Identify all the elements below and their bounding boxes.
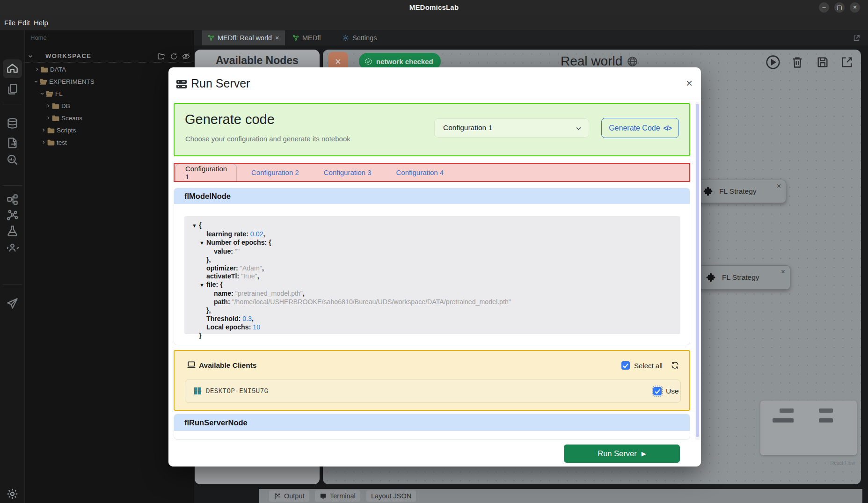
flag-icon (274, 493, 281, 500)
close-window-button[interactable]: × (850, 2, 860, 13)
team-icon[interactable] (6, 241, 19, 254)
open-external-icon[interactable] (853, 34, 861, 42)
client-row[interactable]: DESKTOP-ENI5U7G Use (185, 379, 681, 403)
json-collapse-arrow[interactable]: ▼ (199, 239, 206, 248)
generate-code-subtitle: Choose your configuration and generate i… (185, 135, 350, 143)
documents-icon[interactable] (6, 83, 19, 95)
use-client-label[interactable]: Use (666, 387, 679, 395)
minimize-button[interactable]: – (819, 2, 829, 13)
flow-minimap[interactable] (760, 401, 857, 455)
tab-label: Settings (352, 34, 377, 42)
fl-run-server-node-title: flRunServerNode (174, 414, 690, 431)
json-collapse-arrow[interactable]: ▼ (199, 281, 206, 290)
generate-code-button[interactable]: Generate Code </> (601, 118, 679, 138)
fl-strategy-node[interactable]: FL Strategy × (696, 180, 786, 203)
select-all-checkbox[interactable] (621, 361, 630, 370)
workflow-icon[interactable] (6, 193, 19, 206)
settings-gear-icon[interactable] (6, 488, 19, 500)
tab-terminal[interactable]: Terminal (315, 490, 360, 502)
menu-file[interactable]: File (4, 19, 15, 27)
configuration-dropdown[interactable]: Configuration 1 (434, 118, 589, 138)
sidebar-home-label: Home (30, 34, 47, 41)
refresh-icon[interactable] (170, 52, 178, 60)
fl-model-node-section: flModelNode ▼{ learning rate: 0.02, ▼Num… (174, 188, 690, 345)
tab-label: Terminal (330, 492, 356, 500)
node-label: FL Strategy (719, 187, 757, 196)
tab-close-icon[interactable]: × (275, 34, 279, 42)
generate-code-button-label: Generate Code (609, 124, 660, 132)
app-title: MEDomicsLab (0, 3, 868, 11)
puzzle-icon (705, 272, 716, 284)
home-icon[interactable] (6, 62, 19, 75)
scene-title: Real world (561, 54, 638, 69)
flask-icon[interactable] (6, 225, 19, 237)
refresh-clients-icon[interactable] (671, 361, 679, 370)
export-icon[interactable] (840, 56, 853, 69)
send-icon[interactable] (6, 297, 19, 310)
icon-rail (0, 30, 25, 503)
dropdown-value: Configuration 1 (443, 124, 492, 132)
tab-layout-json[interactable]: Layout JSON (366, 490, 416, 502)
new-folder-icon[interactable] (157, 52, 165, 60)
network-icon[interactable] (6, 209, 19, 222)
fl-strategy-node[interactable]: FL Strategy × (699, 265, 790, 290)
globe-icon (627, 56, 638, 67)
use-client-checkbox[interactable] (653, 387, 662, 395)
dialog-scrollbar[interactable] (695, 102, 700, 465)
json-collapse-arrow[interactable]: ▼ (192, 222, 199, 230)
available-clients-section: Available Clients Select all DESKTOP-ENI… (174, 350, 690, 411)
play-button[interactable] (766, 55, 780, 70)
medfl-network-icon (292, 35, 299, 41)
tab-medfl[interactable]: MEDfl (287, 30, 326, 45)
check-circle-icon (365, 58, 372, 66)
rail-divider (3, 104, 22, 104)
model-config-json-viewer[interactable]: ▼{ learning rate: 0.02, ▼Number of epoch… (184, 216, 680, 334)
generate-code-heading: Generate code (185, 112, 275, 127)
terminal-icon (320, 493, 327, 500)
menu-help[interactable]: Help (34, 19, 48, 27)
tab-configuration-1[interactable]: Configuration 1 (175, 164, 237, 181)
node-label: FL Strategy (722, 273, 759, 282)
network-badge-label: network checked (376, 58, 433, 66)
available-clients-title: Available Clients (199, 361, 256, 370)
dialog-close-icon[interactable]: × (686, 78, 693, 89)
file-export-icon[interactable] (6, 137, 19, 149)
play-icon: ▶ (642, 450, 646, 457)
medfl-network-icon (208, 35, 214, 41)
run-server-button[interactable]: Run Server ▶ (564, 445, 680, 463)
tab-label: Layout JSON (371, 492, 411, 500)
configuration-tabs: Configuration 1 Configuration 2 Configur… (174, 163, 690, 182)
save-icon[interactable] (816, 56, 829, 69)
menu-edit[interactable]: Edit (18, 19, 30, 27)
workspace-header[interactable]: WORKSPACE (25, 51, 194, 63)
scrollbar-thumb[interactable] (696, 104, 699, 437)
database-icon[interactable] (6, 117, 19, 130)
rail-divider (3, 185, 22, 186)
settings-gear-icon (342, 35, 349, 42)
eye-off-icon[interactable] (182, 52, 190, 60)
tab-medfl-real-world[interactable]: MEDfl: Real world × (202, 30, 285, 45)
rail-divider (3, 284, 22, 285)
laptop-icon (187, 360, 196, 370)
node-close-icon[interactable]: × (781, 268, 785, 276)
maximize-button[interactable]: ▢ (834, 2, 845, 13)
tab-settings[interactable]: Settings (336, 30, 382, 45)
minimap-node (773, 418, 794, 423)
tab-configuration-3[interactable]: Configuration 3 (314, 164, 382, 181)
fl-model-node-title: flModelNode (174, 188, 690, 204)
tab-label: Output (284, 492, 305, 500)
tab-configuration-2[interactable]: Configuration 2 (241, 164, 309, 181)
tab-output[interactable]: Output (269, 490, 309, 502)
title-bar: MEDomicsLab – ▢ × (0, 0, 868, 15)
trash-icon[interactable] (791, 56, 804, 69)
chevron-down-icon[interactable] (28, 53, 33, 59)
node-close-icon[interactable]: × (777, 182, 781, 190)
fl-run-server-node-section: flRunServerNode (174, 414, 690, 440)
tab-configuration-4[interactable]: Configuration 4 (386, 164, 454, 181)
generate-code-section: Generate code Choose your configuration … (174, 103, 690, 156)
puzzle-icon (702, 186, 714, 197)
select-all-label[interactable]: Select all (634, 362, 663, 370)
search-analytics-icon[interactable] (6, 153, 19, 166)
editor-tab-strip: MEDfl: Real world × MEDfl Settings (194, 30, 868, 45)
dialog-footer: Run Server ▶ (168, 440, 701, 467)
